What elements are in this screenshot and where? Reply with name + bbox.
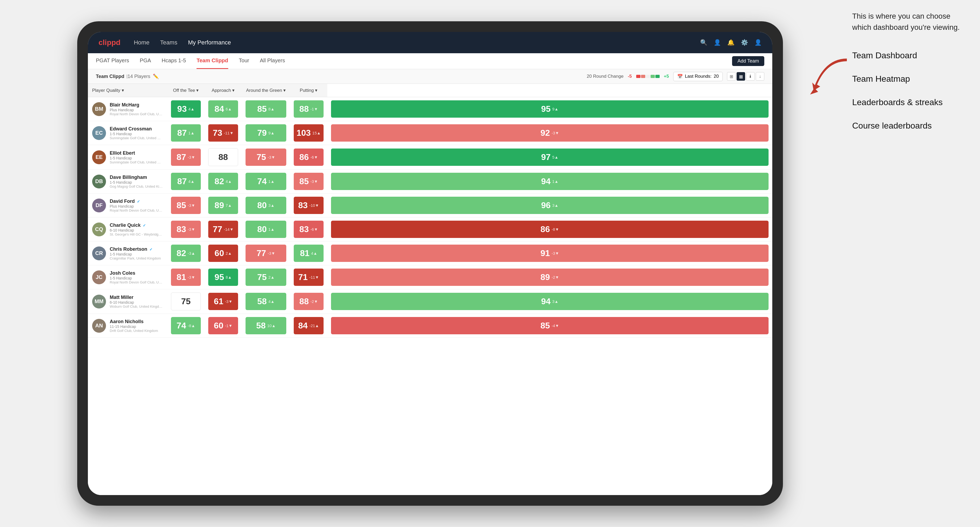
player-cell-5[interactable]: CQCharlie Quick ✓6-10 HandicapSt. George… bbox=[88, 217, 167, 241]
player_quality-delta-6: -3▲ bbox=[188, 251, 195, 256]
edit-icon[interactable]: ✏️ bbox=[153, 73, 159, 79]
player-cell-8[interactable]: MMMatt Miller6-10 HandicapWoburn Golf Cl… bbox=[88, 289, 167, 314]
off_tee-value-1: 73 bbox=[213, 128, 222, 138]
player-cell-3[interactable]: DBDave Billingham1-5 HandicapGog Magog G… bbox=[88, 170, 167, 194]
nav-link-home[interactable]: Home bbox=[134, 39, 150, 46]
approach-value-6: 77 bbox=[257, 248, 266, 258]
player_quality-delta-0: 4▲ bbox=[188, 107, 194, 111]
off_tee-cell-4: 897▲ bbox=[205, 194, 242, 217]
player-name-4: David Ford ✓ bbox=[110, 198, 163, 204]
user-avatar-icon[interactable]: 👤 bbox=[754, 39, 762, 46]
player-name-1: Edward Crossman bbox=[110, 126, 163, 132]
approach-delta-0: 8▲ bbox=[269, 107, 275, 111]
settings-icon[interactable]: ⚙️ bbox=[741, 39, 748, 46]
player-cell-4[interactable]: DFDavid Ford ✓Plus HandicapRoyal North D… bbox=[88, 194, 167, 217]
off_tee-delta-4: 7▲ bbox=[226, 203, 232, 208]
player-cell-2[interactable]: EEElliot Ebert1-5 HandicapSunningdale Go… bbox=[88, 145, 167, 170]
nav-link-performance[interactable]: My Performance bbox=[188, 39, 231, 46]
table-row: CQCharlie Quick ✓6-10 HandicapSt. George… bbox=[88, 217, 772, 241]
around_green-cell-0: 88-1▼ bbox=[290, 97, 327, 121]
player_quality-cell-5: 83-3▼ bbox=[167, 217, 205, 241]
approach-value-5: 80 bbox=[257, 224, 267, 234]
download-btn[interactable]: ↓ bbox=[756, 72, 764, 81]
player_quality-value-9: 74 bbox=[177, 321, 186, 330]
annotation-list: Team Dashboard Team Heatmap Leaderboards… bbox=[852, 49, 964, 132]
header-off-tee: Off the Tee ▾ bbox=[167, 84, 205, 97]
putting-value-5: 86 bbox=[541, 224, 550, 234]
tab-pgat-players[interactable]: PGAT Players bbox=[96, 53, 129, 69]
around_green-value-3: 85 bbox=[299, 176, 309, 186]
round-change-bar bbox=[636, 75, 660, 78]
player-info-3: DBDave Billingham1-5 HandicapGog Magog G… bbox=[88, 173, 167, 190]
approach-value-2: 75 bbox=[257, 152, 266, 162]
round-change-label: 20 Round Change bbox=[587, 74, 624, 79]
player_quality-delta-3: 4▲ bbox=[188, 179, 194, 184]
putting-cell-8: 943▲ bbox=[327, 289, 772, 314]
approach-cell-1: 799▲ bbox=[242, 121, 290, 145]
off_tee-value-7: 95 bbox=[215, 272, 224, 282]
player_quality-value-1: 87 bbox=[177, 128, 187, 138]
add-team-button[interactable]: Add Team bbox=[732, 56, 764, 66]
around_green-cell-6: 814▲ bbox=[290, 241, 327, 265]
tab-pga[interactable]: PGA bbox=[140, 53, 151, 69]
player_quality-value-7: 81 bbox=[177, 272, 186, 282]
tab-all-players[interactable]: All Players bbox=[260, 53, 285, 69]
player-info-6: CRChris Robertson ✓1-5 HandicapCraigmill… bbox=[88, 244, 167, 262]
off_tee-delta-0: 6▲ bbox=[226, 107, 232, 111]
search-icon[interactable]: 🔍 bbox=[700, 39, 707, 46]
last-rounds-button[interactable]: 📅 Last Rounds: 20 bbox=[673, 72, 723, 81]
off_tee-cell-0: 846▲ bbox=[205, 97, 242, 121]
around_green-cell-5: 83-6▼ bbox=[290, 217, 327, 241]
player_quality-delta-1: 1▲ bbox=[188, 131, 194, 135]
off_tee-value-0: 84 bbox=[215, 104, 224, 114]
approach-delta-8: 4▲ bbox=[269, 299, 275, 304]
putting-delta-1: -3▼ bbox=[552, 131, 559, 135]
player-cell-0[interactable]: BMBlair McHargPlus HandicapRoyal North D… bbox=[88, 97, 167, 121]
player-cell-9[interactable]: ANAaron Nicholls11-15 HandicapDrift Golf… bbox=[88, 314, 167, 338]
player-cell-6[interactable]: CRChris Robertson ✓1-5 HandicapCraigmill… bbox=[88, 241, 167, 265]
player-club-6: Craigmillar Park, United Kingdom bbox=[110, 256, 161, 260]
player-handicap-6: 1-5 Handicap bbox=[110, 252, 161, 256]
player-name-8: Matt Miller bbox=[110, 295, 163, 300]
player-cell-7[interactable]: JCJosh Coles1-5 HandicapRoyal North Devo… bbox=[88, 265, 167, 289]
putting-value-6: 91 bbox=[541, 248, 550, 258]
heatmap-view-btn[interactable]: 🌡 bbox=[746, 72, 755, 81]
off_tee-delta-5: -14▼ bbox=[224, 227, 234, 232]
player-name-5: Charlie Quick ✓ bbox=[110, 222, 163, 228]
around_green-cell-8: 88-2▼ bbox=[290, 289, 327, 314]
around_green-value-6: 81 bbox=[300, 248, 309, 258]
tablet-frame: clippd Home Teams My Performance 🔍 👤 🔔 ⚙… bbox=[77, 21, 783, 506]
player-name-6: Chris Robertson ✓ bbox=[110, 246, 161, 252]
player-club-5: St. George's Hill GC - Weybridge - Surre… bbox=[110, 232, 163, 237]
off_tee-value-3: 82 bbox=[215, 176, 224, 186]
nav-link-teams[interactable]: Teams bbox=[160, 39, 177, 46]
player-avatar-3: DB bbox=[92, 175, 106, 189]
player_quality-cell-8: 75 bbox=[167, 289, 205, 314]
player-name-0: Blair McHarg bbox=[110, 102, 163, 108]
putting-value-9: 85 bbox=[541, 321, 550, 330]
tablet-screen: clippd Home Teams My Performance 🔍 👤 🔔 ⚙… bbox=[88, 32, 772, 495]
off_tee-delta-7: 8▲ bbox=[226, 275, 232, 279]
player_quality-cell-7: 81-3▼ bbox=[167, 265, 205, 289]
grid-view-btn[interactable]: ⊞ bbox=[727, 72, 735, 81]
off_tee-delta-9: -1▼ bbox=[225, 323, 232, 328]
profile-icon[interactable]: 👤 bbox=[714, 39, 721, 46]
table-row: DFDavid Ford ✓Plus HandicapRoyal North D… bbox=[88, 194, 772, 217]
player-handicap-1: 1-5 Handicap bbox=[110, 132, 163, 136]
player-cell-1[interactable]: ECEdward Crossman1-5 HandicapSunningdale… bbox=[88, 121, 167, 145]
player-handicap-2: 1-5 Handicap bbox=[110, 156, 163, 160]
off_tee-cell-7: 958▲ bbox=[205, 265, 242, 289]
player-handicap-5: 6-10 Handicap bbox=[110, 228, 163, 232]
player_quality-cell-3: 874▲ bbox=[167, 170, 205, 194]
player_quality-value-4: 85 bbox=[177, 200, 186, 210]
player_quality-delta-2: -3▼ bbox=[188, 155, 195, 159]
last-rounds-label: Last Rounds: bbox=[685, 74, 711, 79]
approach-cell-5: 801▲ bbox=[242, 217, 290, 241]
tab-team-clippd[interactable]: Team Clippd bbox=[197, 53, 228, 69]
around_green-cell-9: 84-21▲ bbox=[290, 314, 327, 338]
table-row: CRChris Robertson ✓1-5 HandicapCraigmill… bbox=[88, 241, 772, 265]
tab-tour[interactable]: Tour bbox=[239, 53, 249, 69]
list-view-btn[interactable]: ▦ bbox=[737, 72, 745, 81]
tab-hcaps[interactable]: Hcaps 1-5 bbox=[162, 53, 186, 69]
bell-icon[interactable]: 🔔 bbox=[727, 39, 735, 46]
